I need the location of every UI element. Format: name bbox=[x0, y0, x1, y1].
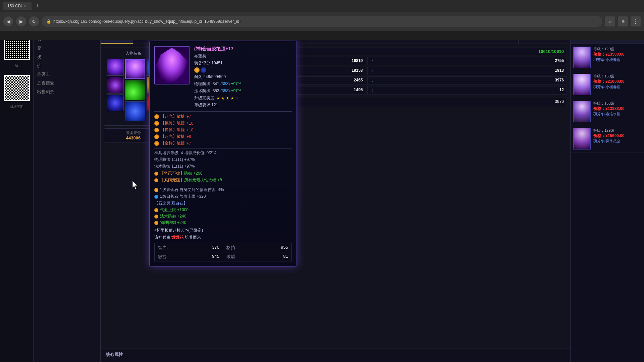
equip-slot-1[interactable] bbox=[107, 59, 124, 76]
popup-item-icon bbox=[154, 46, 190, 84]
equip-slot-7[interactable] bbox=[107, 95, 124, 111]
equip-slot-8[interactable] bbox=[125, 101, 145, 121]
rcp-item-4[interactable]: 等级：129级 价格：¥15600.00 羽芳华-风华范全 bbox=[571, 125, 644, 153]
popup-skill-3: 【换翼】敏捷 +10 bbox=[154, 127, 292, 133]
stat-dodge: ： 2755 bbox=[367, 57, 567, 65]
stat-icon-2 bbox=[154, 215, 158, 219]
skill-val-1: +7 bbox=[186, 114, 191, 119]
equip-col-left bbox=[107, 59, 124, 121]
rcp-info-3: 等级：150级 价格：¥13888.00 羽芳华-春淮水榭 bbox=[593, 101, 625, 122]
accept-label: 是否接受 bbox=[37, 80, 54, 85]
skill-val-2: +10 bbox=[186, 121, 193, 126]
crit-value: 3976 bbox=[555, 78, 564, 83]
url-lock-icon: 🔒 bbox=[46, 19, 51, 24]
skill-name-5: 【金样】敏捷 bbox=[161, 140, 185, 146]
popup-divider-3 bbox=[154, 185, 292, 185]
popup-stat-dodge: 敏捷: 945 bbox=[155, 252, 223, 261]
equip-col-center bbox=[125, 59, 145, 121]
rcp-avatar-4 bbox=[573, 128, 591, 149]
is-upper-row: 是否上 bbox=[37, 71, 97, 77]
popup-stats-grid: 智力: 370 格挡: 955 敏捷: 945 破盾: 81 bbox=[154, 243, 292, 261]
status-label: 状 bbox=[37, 54, 41, 59]
popup-spirit: 【石之灵·观自在】 bbox=[154, 200, 292, 206]
core-attrs-section: 核心属性 bbox=[101, 349, 570, 362]
nav-forward-button[interactable]: ▶ bbox=[16, 16, 26, 26]
popup-magic-def: 法术防御: 353 (358) +97% bbox=[194, 88, 292, 94]
popup-item-name: (神)会当凌绝顶+17 bbox=[194, 46, 292, 52]
extensions-button[interactable]: ⊞ bbox=[618, 16, 628, 26]
popup-skills: 【超光】敏捷 +7 【换翼】敏捷 +10 【换翼】敏捷 +10 【超光】敏捷 +… bbox=[154, 114, 292, 146]
popup-enhance-info: 神兵培养等级: 4 培养成长值: 0/214 bbox=[154, 150, 292, 156]
popup-stat-break-block: 破盾: 81 bbox=[223, 252, 291, 261]
passive-icon-1 bbox=[154, 172, 158, 176]
rcp-name-3: 羽芳华-春淮水榭 bbox=[593, 112, 625, 117]
skill-val-4: +8 bbox=[186, 134, 191, 139]
star-4: ★ bbox=[230, 96, 234, 101]
rcp-item-3[interactable]: 等级：150级 价格：¥13888.00 羽芳华-春淮水榭 bbox=[571, 98, 644, 125]
skill-icon-5 bbox=[154, 141, 159, 146]
stat-crit: ： 3976 bbox=[367, 76, 567, 85]
rcp-avatar-2 bbox=[573, 74, 591, 95]
popup-gem-2: 1级日长石:气血上限 +320 bbox=[154, 194, 292, 199]
status-row: 状 bbox=[37, 54, 97, 60]
popup-passive-2: 【风雨无阻】所有元素抗性大幅 +8 bbox=[154, 177, 292, 183]
core-attrs-title: 核心属性 bbox=[106, 352, 565, 358]
rcp-item-1[interactable]: 等级：129级 价格：¥13500.00 羽芳华-小楼春雨 bbox=[571, 44, 644, 71]
rcp-price-4: 价格：¥15600.00 bbox=[593, 133, 625, 139]
equip-slot-4[interactable] bbox=[107, 77, 124, 94]
popup-skill-5: 【金样】敏捷 +7 bbox=[154, 140, 292, 146]
menu-button[interactable]: ⋮ bbox=[631, 16, 641, 26]
rcp-price-2: 价格：¥21000.00 bbox=[593, 79, 625, 84]
popup-divider-2 bbox=[154, 148, 292, 148]
popup-phys-def: 物理防御: 341 (358) +97% bbox=[194, 81, 292, 87]
popup-durability: 耐久:249/599/599 bbox=[194, 74, 292, 80]
dodge-label: ： bbox=[370, 58, 374, 64]
rcp-level-1: 等级：129级 bbox=[593, 47, 625, 52]
popup-item-score: 装备评分:19451 bbox=[194, 60, 292, 66]
browser-tab-active[interactable]: 150 CBi ✕ bbox=[3, 2, 32, 10]
url-bar[interactable]: 🔒 https://xqn.cbg.163.com/cgi-bin/equipq… bbox=[42, 16, 602, 27]
stat-level: ： 12 bbox=[367, 86, 567, 95]
magic-attack-value: 18153 bbox=[352, 68, 363, 74]
attack-value: 16819 bbox=[352, 58, 363, 64]
skill-val-5: +7 bbox=[186, 141, 191, 146]
right-chars-panel: 其他相似角色 等级：129级 价格：¥13500.00 羽芳华-小楼春雨 等级：… bbox=[570, 31, 644, 362]
stat-icon-3 bbox=[154, 221, 158, 225]
skill-name-1: 【超光】敏捷 bbox=[161, 114, 185, 119]
page-left-info: 编 ：1548959 卖 状 价 是否上 是否接受 出售剩余 bbox=[34, 31, 101, 362]
stat-hit: ： 1913 bbox=[367, 67, 567, 75]
url-text: https://xqn.cbg.163.com/cgi-bin/equipque… bbox=[53, 19, 241, 24]
skill-val-3: +10 bbox=[186, 128, 193, 132]
popup-item-info: (神)会当凌绝顶+17 布蓝类 装备评分:19451 耐久:249/599/59… bbox=[194, 46, 292, 108]
rcp-info-4: 等级：129级 价格：¥15600.00 羽芳华-风华范全 bbox=[593, 128, 625, 149]
nav-back-button[interactable]: ◀ bbox=[3, 16, 13, 26]
popup-stat-block: 格挡: 955 bbox=[223, 243, 291, 252]
browser-tab-bar: 150 CBi ✕ + bbox=[0, 0, 644, 12]
spirit-value: 2465 bbox=[354, 78, 363, 83]
accept-row: 是否接受 bbox=[37, 80, 97, 86]
gem-icon-1 bbox=[194, 67, 200, 73]
skill-icon-4 bbox=[154, 134, 159, 139]
equip-slot-2-highlighted[interactable] bbox=[125, 59, 145, 79]
gem-icons-row bbox=[194, 67, 292, 73]
tab-close-icon[interactable]: ✕ bbox=[24, 4, 27, 8]
rcp-item-2[interactable]: 等级：150级 价格：¥21000.00 羽芳华-小楼春雨 bbox=[571, 71, 644, 98]
left-sidebar: 编 机械宝图 bbox=[0, 31, 34, 362]
gem-icon-gold bbox=[154, 188, 158, 192]
rcp-price-1: 价格：¥13500.00 bbox=[593, 52, 625, 57]
popup-skill-1: 【超光】敏捷 +7 bbox=[154, 114, 292, 119]
crit-label: ： bbox=[370, 78, 374, 83]
new-tab-button[interactable]: + bbox=[34, 2, 42, 10]
popup-gem-1: 1级青金石:自身受到的物理伤害 -4% bbox=[154, 187, 292, 193]
popup-header: (神)会当凌绝顶+17 布蓝类 装备评分:19451 耐久:249/599/59… bbox=[154, 46, 292, 108]
popup-magic-enhance: 法术防御:11(11) +97% bbox=[154, 164, 292, 169]
equip-slot-5[interactable] bbox=[125, 80, 145, 100]
nav-refresh-button[interactable]: ↻ bbox=[29, 16, 39, 26]
bookmark-button[interactable]: ☆ bbox=[605, 16, 615, 26]
gem-icon-blue bbox=[154, 195, 158, 199]
popup-passive-1: 【坚忍不拔】防御 +206 bbox=[154, 171, 292, 176]
stat-icon-1 bbox=[154, 208, 158, 212]
remaining-label: 出售剩余 bbox=[37, 89, 54, 94]
popup-divider-1 bbox=[154, 111, 292, 112]
popup-stat-1: 气血上限 +1000 bbox=[154, 207, 292, 213]
